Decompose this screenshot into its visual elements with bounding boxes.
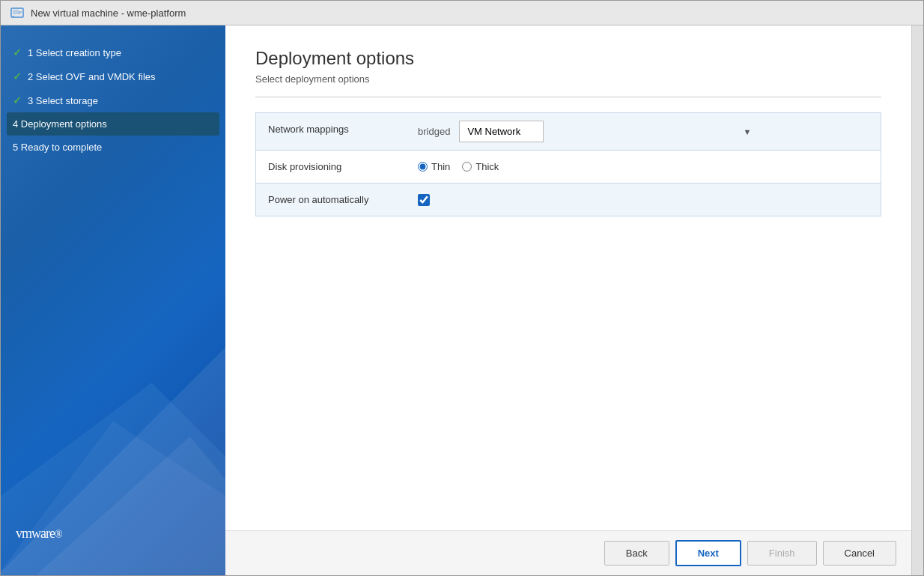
disk-provisioning-value: Thin Thick	[406, 151, 881, 183]
sidebar-decoration	[1, 190, 225, 575]
checkmark-step1: ✓	[13, 46, 22, 58]
page-subtitle: Select deployment options	[255, 73, 881, 85]
thick-radio[interactable]	[462, 162, 472, 172]
disk-radio-group: Thin Thick	[418, 161, 499, 172]
finish-button[interactable]: Finish	[747, 541, 817, 566]
next-button[interactable]: Next	[675, 540, 741, 566]
options-table: Network mappings bridged VM Network	[255, 112, 881, 216]
back-button[interactable]: Back	[604, 541, 669, 566]
power-on-row: Power on automatically	[256, 184, 881, 216]
network-mappings-value: bridged VM Network	[406, 113, 881, 150]
content-divider	[255, 97, 881, 97]
scrollbar[interactable]	[911, 25, 923, 575]
checkmark-step2: ✓	[13, 70, 22, 82]
sidebar-item-step4[interactable]: 4 Deployment options	[7, 112, 219, 136]
step3-label: 3 Select storage	[28, 95, 98, 106]
sidebar-item-step1[interactable]: ✓ 1 Select creation type	[1, 40, 225, 64]
logo-suffix: ware	[31, 526, 55, 541]
page-title: Deployment options	[255, 48, 881, 69]
content-area: Deployment options Select deployment opt…	[225, 25, 911, 530]
disk-provisioning-row: Disk provisioning Thin Thick	[256, 151, 881, 184]
power-on-checkbox-wrapper	[418, 194, 430, 206]
cancel-button[interactable]: Cancel	[823, 541, 896, 566]
dialog-window: New virtual machine - wme-platform ✓ 1 S…	[0, 0, 924, 576]
step5-label: 5 Ready to complete	[13, 142, 102, 153]
step1-label: 1 Select creation type	[28, 47, 121, 58]
main-content: Deployment options Select deployment opt…	[225, 25, 911, 575]
logo-text: vm	[16, 526, 31, 541]
sidebar-item-step5[interactable]: 5 Ready to complete	[1, 136, 225, 159]
power-on-value	[406, 184, 881, 216]
network-mappings-label: Network mappings	[256, 113, 406, 150]
sidebar: ✓ 1 Select creation type ✓ 2 Select OVF …	[1, 25, 225, 575]
thick-label[interactable]: Thick	[475, 161, 499, 172]
network-select-wrapper: VM Network	[459, 121, 759, 142]
logo-trademark: ®	[55, 529, 62, 540]
power-on-label: Power on automatically	[256, 184, 406, 216]
svg-point-2	[13, 16, 14, 17]
step2-label: 2 Select OVF and VMDK files	[28, 71, 156, 82]
vmware-logo: vmware®	[16, 525, 62, 553]
dialog-footer: Back Next Finish Cancel	[225, 530, 911, 575]
thick-radio-option[interactable]: Thick	[462, 161, 499, 172]
title-bar: New virtual machine - wme-platform	[1, 1, 923, 25]
network-select[interactable]: VM Network	[459, 121, 544, 142]
bridged-label: bridged	[418, 126, 450, 137]
thin-radio-option[interactable]: Thin	[418, 161, 450, 172]
svg-rect-1	[13, 10, 19, 14]
disk-provisioning-label: Disk provisioning	[256, 151, 406, 183]
checkmark-step3: ✓	[13, 94, 22, 106]
window-title: New virtual machine - wme-platform	[31, 7, 186, 19]
sidebar-item-step3[interactable]: ✓ 3 Select storage	[1, 88, 225, 112]
step4-label: 4 Deployment options	[13, 118, 107, 130]
thin-label[interactable]: Thin	[431, 161, 450, 172]
sidebar-nav: ✓ 1 Select creation type ✓ 2 Select OVF …	[1, 25, 225, 174]
power-on-checkbox[interactable]	[418, 194, 430, 206]
dialog-body: ✓ 1 Select creation type ✓ 2 Select OVF …	[1, 25, 923, 575]
vm-icon	[10, 5, 25, 20]
sidebar-item-step2[interactable]: ✓ 2 Select OVF and VMDK files	[1, 64, 225, 88]
network-mappings-row: Network mappings bridged VM Network	[256, 113, 881, 151]
thin-radio[interactable]	[418, 162, 428, 172]
